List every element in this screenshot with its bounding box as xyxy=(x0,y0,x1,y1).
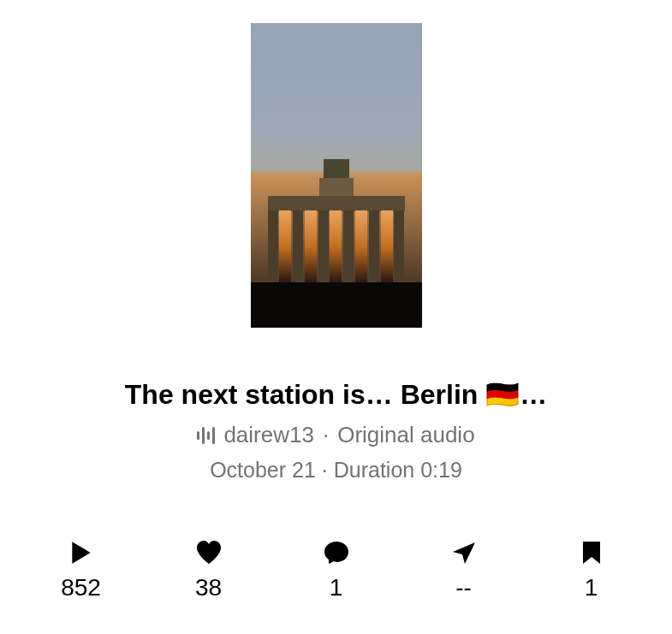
shares-stat[interactable]: -- xyxy=(430,540,498,601)
share-icon xyxy=(450,540,478,566)
shares-count: -- xyxy=(455,574,472,601)
plays-stat[interactable]: 852 xyxy=(47,540,116,601)
post-meta: October 21 · Duration 0:19 xyxy=(210,458,462,483)
plays-count: 852 xyxy=(61,574,101,601)
comments-count: 1 xyxy=(330,574,343,601)
likes-stat[interactable]: 38 xyxy=(175,540,243,601)
stats-row: 852 38 1 -- 1 xyxy=(0,540,672,601)
audio-info[interactable]: dairew13 · Original audio xyxy=(197,422,474,448)
saves-count: 1 xyxy=(585,574,598,601)
separator: · xyxy=(322,458,334,482)
video-thumbnail[interactable] xyxy=(251,23,422,328)
comment-icon xyxy=(323,540,350,566)
thumbnail-image xyxy=(251,145,422,328)
bookmark-icon xyxy=(578,540,605,566)
likes-count: 38 xyxy=(195,574,222,601)
audio-label: Original audio xyxy=(337,422,474,448)
post-duration: Duration 0:19 xyxy=(334,458,462,482)
play-icon xyxy=(68,540,95,566)
post-title: The next station is… Berlin 🇩🇪… xyxy=(125,378,547,411)
heart-icon xyxy=(195,540,223,566)
comments-stat[interactable]: 1 xyxy=(302,540,371,601)
separator: · xyxy=(323,422,329,448)
saves-stat[interactable]: 1 xyxy=(557,540,626,601)
username: dairew13 xyxy=(223,422,314,448)
post-date: October 21 xyxy=(210,458,316,482)
audio-waveform-icon xyxy=(197,427,215,444)
